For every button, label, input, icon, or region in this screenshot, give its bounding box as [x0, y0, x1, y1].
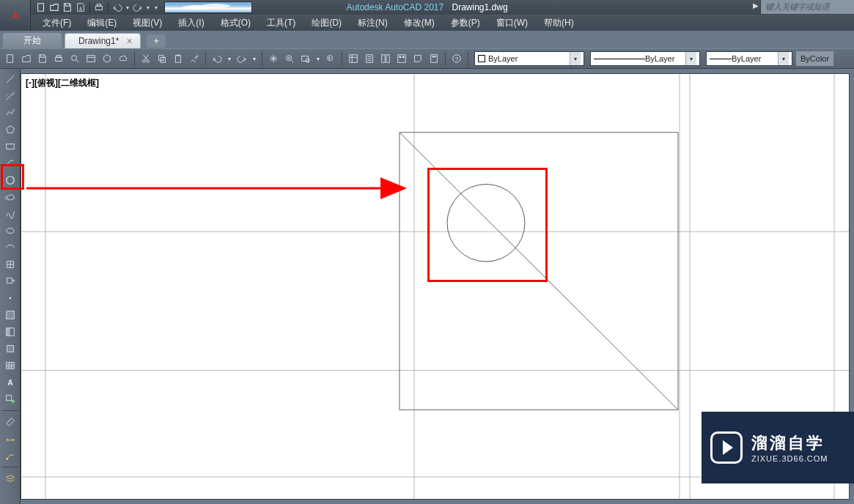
tb-cloud-icon[interactable] [116, 51, 130, 66]
tool-ellipse-icon[interactable] [2, 223, 18, 238]
search-input[interactable]: 键入关键字或短语 [760, 0, 854, 14]
qat-customize-icon[interactable]: ▾ [152, 1, 160, 13]
tool-xline-icon[interactable] [2, 89, 18, 103]
menu-file[interactable]: 文件(F) [35, 15, 78, 31]
tb-designcenter-icon[interactable] [394, 51, 409, 66]
svg-rect-4 [56, 57, 62, 61]
tb-new-icon[interactable] [3, 51, 18, 66]
tab-home[interactable]: 开始 [3, 33, 62, 48]
tb-3ddwf-icon[interactable] [100, 51, 114, 66]
tb-matchprop-icon[interactable] [187, 51, 202, 66]
tb-zoom-rt-icon[interactable] [282, 51, 297, 66]
tb-redo-dd-icon[interactable]: ▾ [251, 51, 258, 66]
svg-rect-38 [7, 346, 13, 352]
menu-draw[interactable]: 绘图(D) [304, 15, 349, 31]
tool-hatch-icon[interactable] [2, 308, 18, 322]
svg-rect-22 [398, 55, 406, 63]
tool-spline-icon[interactable] [2, 207, 18, 221]
tb-publish-icon[interactable] [84, 51, 98, 66]
tool-makeblock-icon[interactable] [2, 274, 18, 289]
tab-drawing1[interactable]: Drawing1* ✕ [65, 33, 141, 48]
tb-copy-icon[interactable] [155, 51, 169, 66]
svg-point-53 [447, 184, 525, 262]
tool-leader-icon[interactable] [2, 448, 18, 463]
tool-table-icon[interactable] [2, 358, 18, 373]
tool-revcloud-icon[interactable] [2, 190, 18, 204]
linetype-combo[interactable]: ByLayer ▾ [590, 51, 700, 66]
tb-undo-dd-icon[interactable]: ▾ [226, 51, 233, 66]
tool-insertblock-icon[interactable] [2, 257, 18, 272]
menu-tools[interactable]: 工具(T) [259, 15, 303, 31]
menu-dimension[interactable]: 标注(N) [350, 15, 395, 31]
tab-add-button[interactable]: + [147, 34, 166, 48]
chevron-down-icon[interactable]: ▾ [570, 52, 581, 65]
menu-view[interactable]: 视图(V) [125, 15, 169, 31]
tool-line-icon[interactable] [2, 72, 18, 86]
qat-redo-dropdown-icon[interactable]: ▾ [145, 1, 151, 13]
lineweight-sample-icon [710, 59, 732, 59]
tb-open-icon[interactable] [19, 51, 34, 66]
svg-rect-23 [400, 56, 402, 59]
tb-save-icon[interactable] [35, 51, 50, 66]
plus-icon: + [154, 36, 159, 46]
app-logo[interactable] [0, 0, 31, 31]
qat-undo-icon[interactable] [111, 1, 123, 13]
svg-rect-39 [6, 363, 14, 369]
tb-sheet-icon[interactable] [362, 51, 377, 66]
qat-save-icon[interactable] [62, 1, 73, 13]
qat-undo-dropdown-icon[interactable]: ▾ [125, 1, 130, 13]
tool-ellipse-arc-icon[interactable] [2, 240, 18, 255]
tb-plot-icon[interactable] [51, 51, 66, 66]
svg-rect-25 [431, 55, 438, 63]
tb-undo-icon[interactable] [210, 51, 224, 66]
qat-saveas-icon[interactable] [75, 1, 86, 13]
qat-new-icon[interactable] [35, 1, 47, 13]
menu-help[interactable]: 帮助(H) [537, 15, 581, 31]
qat-redo-icon[interactable] [132, 1, 144, 13]
tool-addselected-icon[interactable] [2, 392, 18, 407]
lineweight-combo[interactable]: ByLayer ▾ [706, 51, 792, 66]
menu-modify[interactable]: 修改(M) [397, 15, 442, 31]
bycolor-button[interactable]: ByColor [796, 51, 833, 66]
tb-markup-icon[interactable] [411, 51, 425, 66]
tool-measure-icon[interactable] [2, 415, 18, 429]
app-name: Autodesk AutoCAD 2017 [346, 2, 443, 12]
tool-dimlinear-icon[interactable] [2, 431, 18, 446]
close-icon[interactable]: ✕ [126, 37, 133, 46]
tool-point-icon[interactable] [2, 291, 18, 305]
chevron-down-icon[interactable]: ▾ [685, 52, 696, 65]
tb-quickcalc-icon[interactable] [427, 51, 441, 66]
tb-help-icon[interactable]: ? [449, 51, 464, 66]
tb-cut-icon[interactable] [139, 51, 153, 66]
menu-parametric[interactable]: 参数(P) [443, 15, 487, 31]
tool-arc-icon[interactable] [2, 156, 18, 171]
tb-paste-icon[interactable] [171, 51, 185, 66]
menu-insert[interactable]: 插入(I) [171, 15, 211, 31]
tb-props-icon[interactable] [346, 51, 361, 66]
svg-point-6 [72, 56, 77, 61]
tb-zoom-dd-icon[interactable]: ▾ [314, 51, 322, 66]
tool-text-icon[interactable]: A [2, 375, 18, 390]
tool-polyline-icon[interactable] [2, 105, 18, 120]
chevron-down-icon[interactable]: ▾ [778, 52, 789, 65]
menu-format[interactable]: 格式(O) [213, 15, 258, 31]
tool-layeriso-icon[interactable] [2, 471, 18, 486]
tb-redo-icon[interactable] [235, 51, 249, 66]
menu-window[interactable]: 窗口(W) [489, 15, 535, 31]
color-combo[interactable]: ByLayer ▾ [474, 51, 584, 66]
tb-toolpalette-icon[interactable] [378, 51, 393, 66]
tb-plotpreview-icon[interactable] [67, 51, 82, 66]
tool-circle-icon[interactable] [2, 173, 18, 188]
watermark-url: ZIXUE.3D66.COM [751, 454, 828, 463]
tool-rectangle-icon[interactable] [2, 139, 18, 154]
tool-gradient-icon[interactable] [2, 325, 18, 339]
tool-polygon-icon[interactable] [2, 122, 18, 137]
tb-zoom-win-icon[interactable] [298, 51, 313, 66]
qat-plot-icon[interactable] [93, 1, 105, 13]
qat-open-icon[interactable] [48, 1, 60, 13]
tool-region-icon[interactable] [2, 341, 18, 356]
tb-zoom-prev-icon[interactable] [323, 51, 338, 66]
tb-pan-icon[interactable] [266, 51, 281, 66]
menu-edit[interactable]: 编辑(E) [80, 15, 124, 31]
workspace-strip[interactable] [164, 1, 252, 13]
